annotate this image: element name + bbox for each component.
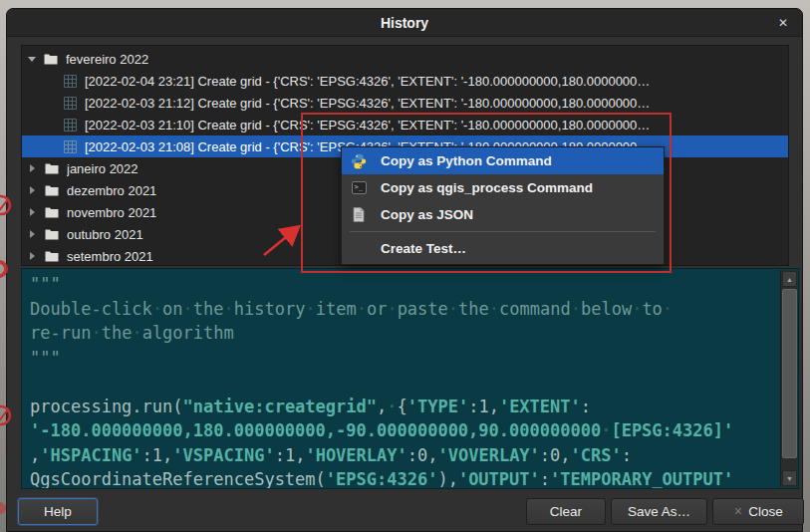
tree-item-row[interactable]: [2022-02-03 21:12] Create grid - {'CRS':… (22, 92, 788, 114)
whitespace-dot: · (132, 323, 141, 343)
code-token: """ (30, 348, 61, 368)
code-token: """ (30, 274, 61, 294)
clear-button[interactable]: Clear (526, 498, 606, 525)
history-dialog: History ✕ fevereiro 2022 [2022-02-04 23:… (6, 8, 803, 532)
whitespace-dot: · (91, 323, 101, 343)
folder-icon (45, 162, 59, 174)
caret-right-icon[interactable] (30, 164, 35, 172)
whitespace-dot: · (571, 299, 581, 319)
tree-row-label: [2022-02-03 21:12] Create grid - {'CRS':… (85, 96, 650, 111)
vertical-scrollbar[interactable]: ▲ ▼ (780, 270, 797, 487)
scroll-down-icon[interactable]: ▼ (782, 470, 797, 486)
menu-separator (350, 231, 656, 232)
folder-icon (44, 53, 58, 65)
code-token: re-run·the·algorithm (30, 323, 234, 343)
tree-row-label: [2022-02-03 21:10] Create grid - {'CRS':… (85, 118, 650, 133)
clear-button-label: Clear (550, 504, 582, 519)
code-token: 'VSPACING' (172, 445, 274, 465)
save-as-button[interactable]: Save As… (611, 498, 707, 525)
save-as-button-label: Save As… (628, 504, 690, 519)
tree-folder-row[interactable]: fevereiro 2022 (22, 48, 788, 70)
code-token: ), (437, 469, 457, 489)
window-titlebar: History ✕ (7, 9, 802, 37)
tree-row-label: [2022-02-04 23:21] Create grid - {'CRS':… (85, 74, 650, 89)
code-token: : (622, 445, 632, 465)
code-line: """ (30, 272, 778, 297)
help-button[interactable]: Help (18, 498, 98, 525)
code-token: 'CRS' (571, 445, 622, 465)
whitespace-dot: · (601, 420, 611, 440)
whitespace-dot: · (489, 299, 499, 319)
code-line: ,'HSPACING':1,'VSPACING':1,'HOVERLAY':0,… (30, 443, 778, 468)
menu-item-copy-json[interactable]: Copy as JSON (342, 201, 664, 228)
help-button-label: Help (44, 504, 72, 519)
close-icon[interactable]: ✕ (775, 15, 791, 31)
code-token: 'VOVERLAY' (437, 445, 539, 465)
whitespace-dot: · (632, 299, 642, 319)
caret-right-icon[interactable] (30, 230, 35, 238)
menu-item-copy-qgis-process[interactable]: >_ Copy as qgis_process Command (342, 174, 664, 201)
tree-row-label: outubro 2021 (67, 227, 143, 242)
code-token: 'TEMPORARY_OUTPUT' (550, 469, 733, 489)
close-button-label: Close (748, 504, 783, 519)
caret-right-icon[interactable] (30, 208, 35, 216)
whitespace-dot: · (152, 299, 162, 319)
code-line: """ (30, 346, 778, 371)
code-editor[interactable]: """ Double-click·on·the·history·item·or·… (21, 268, 799, 489)
json-document-icon (351, 207, 367, 223)
whitespace-dot: · (448, 299, 458, 319)
close-button[interactable]: ✕ Close (712, 498, 804, 525)
tree-row-label: dezembro 2021 (67, 183, 156, 198)
scrollbar-thumb[interactable] (782, 289, 797, 458)
code-line: re-run·the·algorithm (30, 321, 778, 346)
whitespace-dot: · (663, 299, 673, 319)
code-token: : (581, 397, 591, 416)
grid-icon (64, 75, 77, 88)
tree-item-row[interactable]: [2022-02-03 21:10] Create grid - {'CRS':… (22, 114, 788, 135)
folder-icon (45, 228, 59, 240)
code-token: 'HOVERLAY' (305, 445, 406, 465)
code-token: , (30, 445, 40, 465)
tree-row-label: janeiro 2022 (67, 161, 138, 176)
grid-icon (64, 140, 77, 153)
code-token: :0, (540, 445, 571, 465)
tree-row-label: fevereiro 2022 (66, 52, 148, 67)
code-token: : (540, 469, 550, 489)
code-token: processing.run( (30, 397, 183, 416)
grid-icon (64, 119, 77, 132)
tree-item-row[interactable]: [2022-02-04 23:21] Create grid - {'CRS':… (22, 70, 788, 92)
close-x-icon: ✕ (733, 505, 742, 518)
code-token: Double-click·on·the·history·item·or·past… (30, 299, 673, 319)
python-icon (351, 153, 367, 169)
menu-item-label: Copy as Python Command (381, 153, 552, 168)
code-token: 'EPSG:4326' (326, 469, 438, 489)
code-line: processing.run("native:creategrid",·{'TY… (30, 395, 778, 419)
folder-icon (45, 184, 59, 196)
code-token: :1, (468, 397, 499, 416)
caret-right-icon[interactable] (30, 186, 35, 194)
code-token: QgsCoordinateReferenceSystem( (30, 469, 326, 489)
code-text: """ Double-click·on·the·history·item·or·… (30, 272, 778, 489)
code-token: 'TYPE' (407, 397, 468, 416)
code-token: :1, (275, 445, 306, 465)
menu-item-create-test[interactable]: Create Test… (342, 235, 664, 262)
scroll-up-icon[interactable]: ▲ (782, 271, 797, 287)
menu-item-label: Copy as JSON (381, 207, 473, 222)
grid-icon (64, 97, 77, 110)
tree-row-label: novembro 2021 (67, 205, 156, 220)
whitespace-dot: · (183, 299, 193, 319)
code-line: '-180.000000000,180.000000000,-90.000000… (30, 418, 778, 443)
caret-down-icon[interactable] (28, 57, 36, 62)
folder-icon (45, 206, 59, 218)
code-line: Double-click·on·the·history·item·or·past… (30, 297, 778, 322)
caret-right-icon[interactable] (30, 252, 35, 260)
menu-item-copy-python[interactable]: Copy as Python Command (342, 147, 664, 174)
whitespace-dot: · (305, 299, 315, 319)
code-token: 'OUTPUT' (458, 469, 540, 489)
code-token: "native:creategrid" (183, 397, 377, 416)
whitespace-dot: · (357, 299, 367, 319)
terminal-icon: >_ (351, 180, 367, 196)
code-token: :1, (142, 445, 173, 465)
code-line: QgsCoordinateReferenceSystem('EPSG:4326'… (30, 467, 778, 489)
code-token: '-180.000000000,180.000000000,-90.000000… (30, 420, 733, 440)
